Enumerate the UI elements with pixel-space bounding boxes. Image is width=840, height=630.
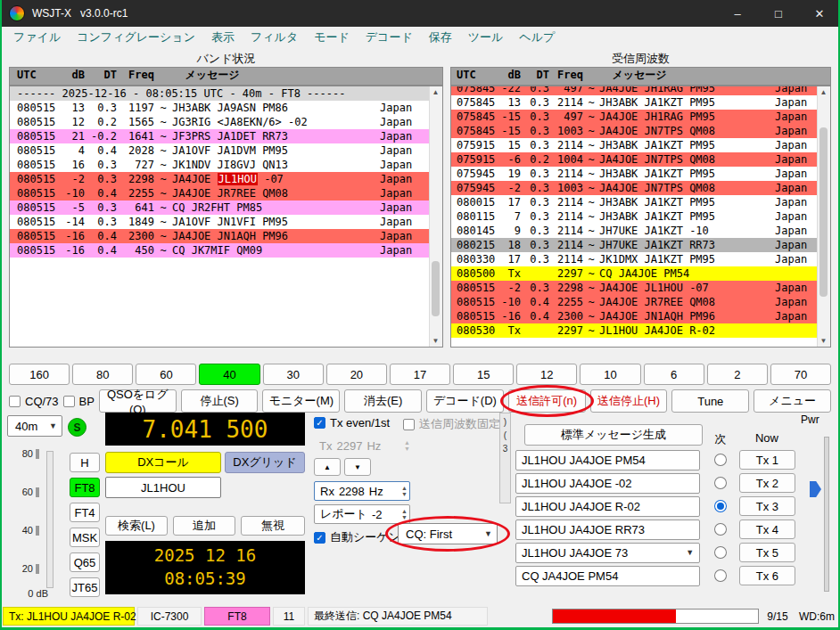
spinner-icon[interactable]: ▲▼ xyxy=(401,485,408,497)
mode-button-MSK[interactable]: MSK xyxy=(70,528,100,547)
tx-slot-button[interactable]: Tx 3 xyxy=(739,496,795,516)
band-activity-scrollbar[interactable]: ▲ ▼ xyxy=(429,86,442,347)
mode-button-FT8[interactable]: FT8 xyxy=(70,478,100,497)
band-button-2[interactable]: 2 xyxy=(707,364,768,385)
tune-button[interactable]: Tune xyxy=(671,389,749,413)
decode-row[interactable]: 080515130.31197~JH3ABK JA9ASN PM86Japan xyxy=(10,101,430,115)
tx-freq-up-button[interactable]: ▲ xyxy=(314,458,341,476)
decode-row[interactable]: 080515-100.42255~JA4JOE JR7REE QM08Japan xyxy=(10,186,430,200)
band-button-60[interactable]: 60 xyxy=(136,364,196,385)
cq-mode-combo[interactable]: CQ: First ▼ xyxy=(398,523,498,544)
menu-item[interactable]: フィルタ xyxy=(243,29,306,45)
decode-row[interactable]: 080215180.32114~JH7UKE JA1KZT RR73Japan xyxy=(451,238,818,252)
band-button-40[interactable]: 40 xyxy=(199,364,259,385)
decode-row[interactable]: 080515160.3727~JK1NDV JI8GVJ QN13Japan xyxy=(10,158,430,172)
menu-item[interactable]: 保存 xyxy=(421,29,460,45)
decode-row[interactable]: 075915-60.21004~JA4JOE JN7TPS QM08Japan xyxy=(451,152,818,167)
band-button-15[interactable]: 15 xyxy=(453,364,514,385)
tx-slot-button[interactable]: Tx 2 xyxy=(739,473,795,493)
spinner-icon[interactable]: ▲▼ xyxy=(401,508,408,520)
decode-row[interactable]: 080515-20.32298~JA4JOE JL1HOU -07Japan xyxy=(10,172,430,186)
report-spinbox[interactable]: レポート -2 ▲▼ xyxy=(314,504,410,524)
hold-tx-freq-checkbox[interactable]: 送信周波数固定 xyxy=(403,416,500,432)
decode-row[interactable]: 080530Tx2297~JL1HOU JA4JOE R-02 xyxy=(451,323,818,338)
rx-frequency-scrollbar[interactable]: ▲ ▼ xyxy=(817,86,830,347)
decode-row[interactable]: 080015170.32114~JH3ABK JA1KZT PM95Japan xyxy=(451,195,818,209)
decode-row[interactable]: 075915150.32114~JH3ABK JA1KZT PM95Japan xyxy=(451,138,818,152)
tx-slot-button[interactable]: Tx 6 xyxy=(739,566,795,585)
halt-tx-button[interactable]: 送信停止(H) xyxy=(590,389,668,413)
band-button-70[interactable]: 70 xyxy=(770,364,831,385)
decode-row[interactable]: 08051540.42028~JA1OVF JA1DVM PM95Japan xyxy=(10,143,430,158)
close-button[interactable]: ✕ xyxy=(799,0,840,27)
pwr-slider-track[interactable] xyxy=(824,437,829,592)
enable-tx-button[interactable]: 送信許可(n) xyxy=(508,389,586,413)
next-radio[interactable] xyxy=(714,454,727,466)
next-radio[interactable] xyxy=(714,477,727,489)
scroll-up-icon[interactable]: ▲ xyxy=(430,86,441,98)
scroll-thumb[interactable] xyxy=(819,127,828,297)
tx-slot-button[interactable]: Tx 4 xyxy=(739,520,795,539)
decode-row[interactable]: 080515-160.42300~JA4JOE JN1AQH PM96Japan xyxy=(451,309,818,323)
band-button-17[interactable]: 17 xyxy=(390,364,450,385)
message-tab-strip[interactable]: )(3 xyxy=(499,413,511,503)
decode-button[interactable]: デコード(D) xyxy=(426,389,504,413)
decode-row[interactable]: 080515-160.4450~CQ JK7MIF QM09Japan xyxy=(10,243,430,258)
menu-item[interactable]: モード xyxy=(306,29,358,45)
scroll-down-icon[interactable]: ▼ xyxy=(430,335,441,347)
decode-row[interactable]: 080330170.32114~JK1DMX JA1KZT PM95Japan xyxy=(451,252,818,266)
tx-message-field[interactable]: JL1HOU JA4JOE RR73 xyxy=(515,520,700,540)
decode-row[interactable]: 08011570.32114~JH3ABK JA1KZT PM95Japan xyxy=(451,209,818,224)
band-button-30[interactable]: 30 xyxy=(263,364,324,385)
erase-button[interactable]: 消去(E) xyxy=(344,389,422,413)
next-radio[interactable] xyxy=(714,546,727,559)
minimize-button[interactable]: – xyxy=(717,0,758,27)
decode-row[interactable]: 080515-100.42255~JA4JOE JR7REE QM08Japan xyxy=(451,295,818,309)
band-button-80[interactable]: 80 xyxy=(72,364,133,385)
band-button-6[interactable]: 6 xyxy=(644,364,704,385)
tx-message-field[interactable]: JL1HOU JA4JOE PM54 xyxy=(515,450,700,470)
menu-item[interactable]: 表示 xyxy=(203,29,243,45)
decode-row[interactable]: 080500Tx2297~CQ JA4JOE PM54 xyxy=(451,266,818,281)
menu-item[interactable]: コンフィグレーション xyxy=(69,29,203,45)
band-button-20[interactable]: 20 xyxy=(326,364,387,385)
monitor-button[interactable]: モニター(M) xyxy=(262,389,340,413)
maximize-button[interactable]: □ xyxy=(758,0,799,27)
next-radio[interactable] xyxy=(714,523,727,536)
tx-message-field[interactable]: JL1HOU JA4JOE 73▼ xyxy=(515,543,700,563)
band-select-combo[interactable]: 40m ▼ xyxy=(7,415,62,437)
decode-row[interactable]: 080515-50.3641~CQ JR2FHT PM85Japan xyxy=(10,200,430,215)
decode-row[interactable]: 08014590.32114~JH7UKE JA1KZT -10Japan xyxy=(451,224,818,238)
scroll-thumb[interactable] xyxy=(432,261,440,316)
split-button[interactable]: S xyxy=(68,418,86,437)
scroll-down-icon[interactable]: ▼ xyxy=(818,335,829,347)
decode-row[interactable]: 080515120.21565~JG3RIG <JA8EKN/6> -02Jap… xyxy=(10,115,430,129)
next-radio[interactable] xyxy=(714,569,727,582)
decode-row[interactable]: 08051521-0.21641~JF3PRS JA1DET RR73Japan xyxy=(10,129,430,143)
pwr-slider-handle[interactable] xyxy=(810,481,821,497)
dx-call-input[interactable]: JL1HOU xyxy=(105,477,221,498)
decode-row[interactable]: 075845-150.3497~JA4JOE JH1RAG PM95Japan xyxy=(451,110,818,124)
decode-row[interactable]: 080515-140.31849~JA1OVF JN1VFI PM95Japan xyxy=(10,215,430,229)
rx-freq-spinbox[interactable]: Rx 2298 Hz ▲▼ xyxy=(314,481,410,501)
mode-button-Q65[interactable]: Q65 xyxy=(70,552,100,572)
band-button-160[interactable]: 160 xyxy=(9,364,70,385)
generate-std-messages-button[interactable]: 標準メッセージ生成 xyxy=(524,424,703,446)
dx-call-button[interactable]: DXコール xyxy=(105,452,221,473)
decode-row[interactable]: 075945-20.31003~JA4JOE JN7TPS QM08Japan xyxy=(451,181,818,195)
next-radio[interactable] xyxy=(714,500,727,512)
menu-item[interactable]: デコード xyxy=(358,29,421,45)
ignore-button[interactable]: 無視 xyxy=(241,516,305,536)
mode-button-JT65[interactable]: JT65 xyxy=(70,577,100,597)
tx-message-field[interactable]: JL1HOU JA4JOE R-02 xyxy=(515,496,700,517)
search-button[interactable]: 検索(L) xyxy=(105,516,168,536)
decode-row[interactable]: 080515-160.42300~JA4JOE JN1AQH PM96Japan xyxy=(10,229,430,243)
menu-item[interactable]: ファイル xyxy=(5,29,69,45)
scroll-up-icon[interactable]: ▲ xyxy=(818,86,829,98)
menu-item[interactable]: ツール xyxy=(460,29,512,45)
decode-row[interactable]: 080515-20.32298~JA4JOE JL1HOU -07Japan xyxy=(451,281,818,295)
mode-button-FT4[interactable]: FT4 xyxy=(70,503,100,522)
band-button-12[interactable]: 12 xyxy=(516,364,577,385)
decode-row[interactable]: 075845-220.3497~JA4JOE JH1RAG PM95Japan xyxy=(451,86,818,95)
add-button[interactable]: 追加 xyxy=(173,516,235,536)
